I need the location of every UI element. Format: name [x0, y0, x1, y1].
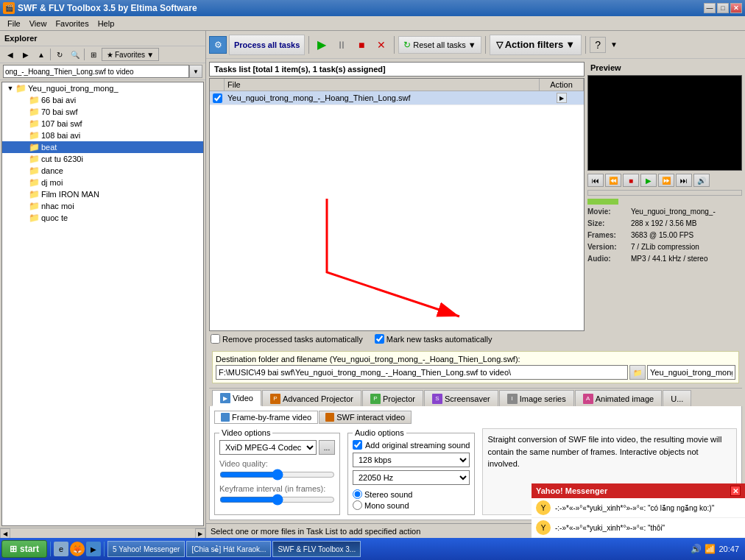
address-go-button[interactable]: ▼: [189, 65, 202, 78]
mono-option[interactable]: Mono sound: [353, 500, 470, 510]
stereo-radio[interactable]: [353, 489, 362, 499]
stop-ctrl-button[interactable]: ■: [623, 174, 639, 187]
tree-item-dj[interactable]: 📁 dj moi: [2, 177, 203, 188]
file-tree[interactable]: ▼ 📁 Yeu_nguoi_trong_mong_ 📁 66 bai avi 📁…: [1, 82, 204, 526]
file-checkbox[interactable]: [213, 93, 222, 103]
media-icon[interactable]: ▶: [86, 542, 101, 556]
view-icon-button[interactable]: ⊞: [86, 48, 101, 61]
minimize-button[interactable]: —: [704, 3, 716, 13]
explore-button[interactable]: 🔍: [68, 48, 82, 61]
play-button[interactable]: ▶: [640, 174, 657, 187]
tree-item-iron[interactable]: 📁 Film IRON MAN: [2, 188, 203, 200]
play-back-button[interactable]: ⏪: [605, 174, 621, 187]
help-button[interactable]: ?: [590, 37, 606, 53]
tree-item-quoc[interactable]: 📁 quoc te: [2, 212, 203, 224]
row-checkbox[interactable]: [210, 92, 225, 104]
tab-projector[interactable]: P Projector: [362, 390, 423, 406]
tree-item-107[interactable]: 📁 107 bai swf: [2, 118, 203, 130]
tree-item-dance[interactable]: 📁 dance: [2, 165, 203, 177]
tree-item-108[interactable]: 📁 108 bai avi: [2, 130, 203, 141]
back-button[interactable]: ◀: [3, 48, 18, 61]
mono-label: Mono sound: [364, 501, 409, 510]
ie-icon[interactable]: e: [54, 542, 68, 556]
process-all-button[interactable]: Process all tasks: [229, 35, 305, 55]
size-value: 288 x 192 / 3.56 MB: [631, 218, 742, 230]
msg-row-2[interactable]: Y -:-»*«-»°«*yuki_xinh*°»-»°«: "thôi": [532, 518, 745, 538]
maximize-button[interactable]: □: [717, 3, 729, 13]
tasks-preview-row: Tasks list [total 1 item(s), 1 task(s) a…: [209, 62, 742, 347]
table-row[interactable]: Yeu_nguoi_trong_mong_-_Hoang_Thien_Long.…: [210, 91, 584, 105]
add-sound-checkbox[interactable]: [353, 440, 362, 450]
taskbar-toolbox-button[interactable]: SWF & FLV Toolbox 3...: [272, 541, 361, 557]
sub-tab-swf-interact[interactable]: SWF interact video: [319, 411, 412, 424]
refresh-button[interactable]: ↻: [52, 48, 67, 61]
quality-slider[interactable]: [219, 469, 335, 481]
keyframe-slider[interactable]: [219, 494, 335, 506]
volume-button[interactable]: 🔊: [693, 174, 710, 187]
cancel-button[interactable]: ✕: [372, 36, 390, 54]
close-button[interactable]: ✕: [730, 3, 742, 13]
tree-item-root[interactable]: ▼ 📁 Yeu_nguoi_trong_mong_: [2, 82, 203, 94]
stereo-option[interactable]: Stereo sound: [353, 489, 470, 499]
browse-button[interactable]: 📁: [629, 365, 646, 380]
taskbar-yahoo-button[interactable]: 5 Yahoo! Messenger: [107, 541, 185, 557]
tab-advanced-projector[interactable]: P Advanced Projector: [262, 390, 361, 406]
tab-video[interactable]: ▶ Video: [212, 390, 261, 406]
destination-path-input[interactable]: [216, 365, 628, 380]
menu-file[interactable]: File: [3, 18, 25, 29]
help-dropdown[interactable]: ▼: [608, 40, 620, 49]
tab-screensaver-label: Screensaver: [445, 394, 490, 403]
preview-screen: [587, 75, 742, 171]
play-start-button[interactable]: ⏮: [587, 174, 604, 187]
reset-all-button[interactable]: ↻ Reset all tasks ▼: [398, 36, 481, 54]
remove-processed-option[interactable]: Remove processed tasks automatically: [211, 334, 363, 344]
stop-button[interactable]: ■: [353, 36, 370, 54]
tree-item-beat[interactable]: 📁 beat: [2, 141, 203, 153]
destination-filename-input[interactable]: [647, 365, 735, 380]
codec-settings-button[interactable]: ...: [319, 440, 335, 455]
mark-new-option[interactable]: Mark new tasks automatically: [375, 334, 492, 344]
mark-new-checkbox[interactable]: [375, 334, 384, 344]
favorites-button[interactable]: ★ Favorites ▼: [102, 48, 159, 61]
start-button[interactable]: ▶: [313, 36, 331, 54]
preview-progress[interactable]: [587, 190, 742, 196]
menu-help[interactable]: Help: [93, 18, 119, 29]
sub-tab-frame-by-frame[interactable]: Frame-by-frame video: [214, 411, 318, 424]
tab-animated-image[interactable]: A Animated image: [575, 390, 663, 406]
tree-item-66[interactable]: 📁 66 bai avi: [2, 94, 203, 106]
play-end-button[interactable]: ⏭: [676, 174, 692, 187]
size-label: Size:: [587, 218, 628, 230]
tab-more[interactable]: U...: [663, 390, 691, 406]
remove-processed-checkbox[interactable]: [211, 334, 220, 344]
frequency-select[interactable]: 22050 Hz: [353, 470, 470, 485]
firefox-icon[interactable]: 🦊: [70, 542, 85, 556]
expander-placeholder: [18, 213, 29, 223]
forward-button[interactable]: ▶: [18, 48, 33, 61]
right-panel: ⚙ Process all tasks ▶ ⏸ ■ ✕ ↻ Reset all …: [206, 31, 745, 538]
fast-forward-button[interactable]: ⏩: [658, 174, 674, 187]
projector-tab-icon: P: [370, 394, 381, 404]
tab-screensaver[interactable]: S Screensaver: [424, 390, 498, 406]
up-button[interactable]: ▲: [34, 48, 49, 61]
taskbar-karaoke-button[interactable]: [Chia sẻ] Hát Karaok...: [186, 541, 271, 557]
menu-favorites[interactable]: Favorites: [51, 18, 93, 29]
bitrate-select[interactable]: 128 kbps: [353, 453, 470, 467]
scroll-right-btn[interactable]: ▶: [195, 528, 205, 539]
menu-view[interactable]: View: [25, 18, 52, 29]
add-sound-row[interactable]: Add original streaming sound: [353, 440, 470, 450]
mono-radio[interactable]: [353, 500, 362, 510]
tab-more-label: U...: [671, 394, 683, 403]
codec-select[interactable]: XviD MPEG-4 Codec: [219, 440, 317, 455]
msg-row-1[interactable]: Y -:-»*«-»°«*yuki_xinh*°»-»°«: "có lắng …: [532, 498, 745, 518]
start-button[interactable]: ⊞ start: [1, 540, 47, 558]
pause-button[interactable]: ⏸: [333, 36, 350, 54]
scroll-left-btn[interactable]: ◀: [0, 528, 10, 539]
tree-item-cut[interactable]: 📁 cut tu 6230i: [2, 153, 203, 165]
tab-image-series[interactable]: I Image series: [499, 390, 574, 406]
tree-item-nhac[interactable]: 📁 nhac moi: [2, 200, 203, 212]
action-filters-button[interactable]: ▽ Action filters ▼: [490, 35, 582, 55]
tree-item-70[interactable]: 📁 70 bai swf: [2, 106, 203, 118]
messenger-close-button[interactable]: ✕: [730, 486, 741, 496]
address-input[interactable]: [3, 65, 189, 78]
h-scrollbar[interactable]: ◀ ▶: [0, 528, 205, 538]
